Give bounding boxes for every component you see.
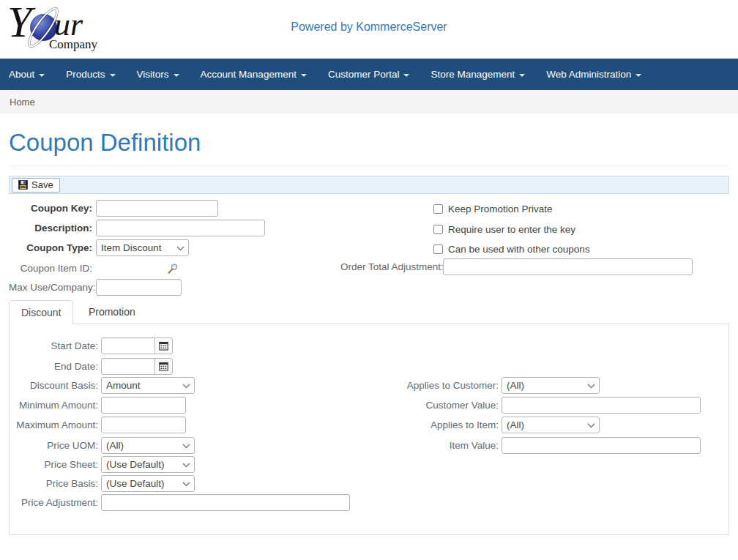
applies-to-customer-select[interactable]: (All) [502,377,600,394]
start-date-calendar-button[interactable] [154,337,173,354]
chevron-down-icon [182,384,190,389]
breadcrumb-home[interactable]: Home [10,97,35,108]
chevron-down-icon [587,384,595,389]
customer-value-input[interactable] [502,397,701,414]
customer-value-label: Customer Value: [374,400,499,411]
coupon-type-label: Coupon Type: [9,242,92,253]
discount-basis-select[interactable]: Amount [101,377,195,394]
price-adjustment-input[interactable] [101,494,350,511]
coupon-item-id-label: Coupon Item ID: [9,263,92,274]
chevron-down-icon [176,246,184,251]
coupon-item-lookup-button[interactable] [168,264,178,274]
caret-down-icon [174,74,179,77]
main-navbar: About Products Visitors Account Manageme… [0,59,738,90]
maximum-amount-label: Maximum Amount: [10,419,98,430]
chevron-down-icon [587,423,595,428]
tab-promotion[interactable]: Promotion [77,300,147,324]
discount-basis-label: Discount Basis: [10,380,98,391]
keep-promotion-private-checkbox[interactable] [433,204,443,214]
action-toolbar: Save [9,176,729,194]
start-date-label: Start Date: [10,340,98,351]
nav-item-products[interactable]: Products [66,69,115,80]
price-basis-label: Price Basis: [10,478,98,489]
end-date-label: End Date: [10,361,98,372]
caret-down-icon [110,74,116,77]
applies-to-item-select[interactable]: (All) [502,417,600,433]
item-value-input[interactable] [502,437,701,454]
minimum-amount-input[interactable] [101,397,186,414]
use-with-other-coupons-option[interactable]: Can be used with other coupons [433,244,590,255]
chevron-down-icon [182,463,190,468]
nav-item-store-management[interactable]: Store Management [430,69,525,80]
max-use-label: Max Use/Company: [9,282,92,293]
require-key-checkbox[interactable] [433,225,443,234]
page-title: Coupon Definition [9,129,201,157]
require-key-option[interactable]: Require user to enter the key [433,224,575,235]
breadcrumb: Home [0,90,738,113]
price-sheet-label: Price Sheet: [10,459,98,470]
order-total-adjustment-label: Order Total Adjustment: [340,261,439,272]
tab-discount[interactable]: Discount [9,300,73,324]
description-label: Description: [9,223,92,234]
chevron-down-icon [182,444,190,449]
chevron-down-icon [182,482,190,487]
powered-by-text: Powered by KommerceServer [0,20,738,34]
save-button[interactable]: Save [12,178,60,193]
tab-bar: Discount Promotion [9,300,729,324]
price-uom-select[interactable]: (All) [101,437,195,454]
caret-down-icon [301,74,307,77]
maximum-amount-input[interactable] [101,417,186,433]
coupon-form: Coupon Key: Description: Coupon Type: It… [9,199,729,300]
calendar-icon [159,341,168,351]
applies-to-customer-label: Applies to Customer: [374,380,499,391]
nav-item-visitors[interactable]: Visitors [137,69,179,80]
end-date-input[interactable] [101,358,155,375]
nav-item-customer-portal[interactable]: Customer Portal [328,69,410,80]
applies-to-item-label: Applies to Item: [374,419,499,430]
nav-item-web-administration[interactable]: Web Administration [546,69,641,80]
title-divider [9,165,729,166]
discount-tab-panel: Start Date: End Date: [9,324,729,535]
end-date-calendar-button[interactable] [154,358,173,375]
price-adjustment-label: Price Adjustment: [10,497,98,508]
coupon-key-label: Coupon Key: [9,203,92,214]
coupon-key-input[interactable] [96,200,218,217]
use-with-other-coupons-checkbox[interactable] [433,244,443,254]
keep-promotion-private-option[interactable]: Keep Promotion Private [433,204,553,214]
max-use-input[interactable] [96,279,182,296]
logo-company-text: Company [49,37,97,52]
price-uom-label: Price UOM: [10,440,98,451]
caret-down-icon [39,74,45,77]
price-sheet-select[interactable]: (Use Default) [101,456,195,473]
coupon-type-select[interactable]: Item Discount [96,239,189,256]
price-basis-select[interactable]: (Use Default) [101,475,195,492]
save-floppy-icon [18,180,28,190]
caret-down-icon [403,74,409,77]
caret-down-icon [636,74,641,77]
save-button-label: Save [31,179,53,190]
nav-item-account-management[interactable]: Account Management [201,69,307,80]
description-input[interactable] [96,220,265,236]
caret-down-icon [519,74,525,77]
order-total-adjustment-input[interactable] [443,258,693,275]
start-date-input[interactable] [101,337,155,354]
nav-item-about[interactable]: About [9,69,45,80]
item-value-label: Item Value: [374,440,499,451]
magnifier-icon [168,264,178,274]
calendar-icon [159,362,168,371]
minimum-amount-label: Minimum Amount: [10,400,98,411]
